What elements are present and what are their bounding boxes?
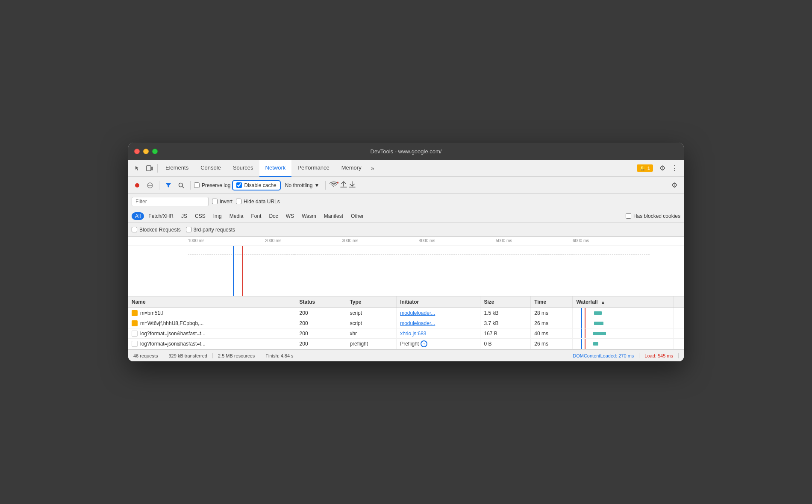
more-tabs-btn[interactable]: » [368,165,378,172]
table-row[interactable]: log?format=json&hasfast=t... 200 xhr xhr… [128,328,684,339]
type-btn-js[interactable]: JS [178,212,191,220]
network-settings-icon[interactable]: ⚙ [668,179,680,191]
upload-icon[interactable] [340,181,347,190]
disable-cache-wrapper: Disable cache [232,180,280,190]
tab-performance[interactable]: Performance [291,160,335,177]
close-button[interactable] [134,149,140,154]
tab-sources[interactable]: Sources [227,160,259,177]
tab-console[interactable]: Console [194,160,227,177]
preserve-log-checkbox-label[interactable]: Preserve log [194,182,230,188]
th-time[interactable]: Time [531,296,573,308]
filter-input[interactable] [132,197,209,206]
svg-rect-10 [133,322,136,325]
tab-elements[interactable]: Elements [159,160,194,177]
third-party-checkbox[interactable] [186,227,191,232]
filter-icon-btn[interactable] [163,180,174,191]
clear-btn[interactable] [144,180,156,191]
invert-checkbox-label[interactable]: Invert [212,199,232,205]
status-finish: Finish: 4.84 s [260,353,299,358]
td-initiator-1: moduleloader... [397,308,480,318]
td-time-1: 28 ms [531,308,573,318]
th-spacer [674,296,684,308]
maximize-button[interactable] [152,149,158,154]
type-btn-media[interactable]: Media [226,212,247,220]
td-extra-1 [674,308,684,318]
nav-separator-1 [157,164,158,173]
invert-checkbox[interactable] [212,199,218,204]
device-toggle-btn[interactable] [144,162,156,174]
type-btn-img[interactable]: Img [210,212,225,220]
search-icon-btn[interactable] [176,180,187,191]
bell-icon: 🔔 [640,165,646,171]
online-status-icon[interactable] [329,181,338,189]
td-type-4: preflight [346,339,397,349]
type-btn-all[interactable]: All [132,212,144,220]
disable-cache-checkbox[interactable] [236,182,242,188]
th-waterfall[interactable]: Waterfall ▲ [573,296,674,308]
nav-tabs-bar: Elements Console Sources Network Perform… [128,160,684,177]
td-extra-4 [674,339,684,349]
svg-point-5 [179,183,183,187]
th-status[interactable]: Status [296,296,347,308]
throttle-select[interactable]: No throttling ▼ [282,181,322,190]
third-party-label[interactable]: 3rd-party requests [186,227,235,233]
th-size[interactable]: Size [480,296,531,308]
notification-badge[interactable]: 🔔 1 [637,164,653,172]
table-row[interactable]: log?format=json&hasfast=t... 200 preflig… [128,339,684,349]
td-name-3: log?format=json&hasfast=t... [128,328,296,338]
td-time-3: 40 ms [531,328,573,338]
table-row[interactable]: m=bm51tf 200 script moduleloader... 1.5 … [128,308,684,318]
more-vert-icon[interactable]: ⋮ [668,162,680,174]
initiator-link-2[interactable]: moduleloader... [400,320,435,326]
has-blocked-cookies-label[interactable]: Has blocked cookies [626,213,680,219]
row-icon-xhr [132,331,138,337]
tick-2: 2000 ms [265,238,342,246]
hide-data-urls-checkbox-label[interactable]: Hide data URLs [236,199,280,205]
preserve-log-checkbox[interactable] [194,182,200,188]
td-waterfall-4 [573,339,674,349]
tick-6: 6000 ms [573,238,650,246]
td-size-2: 3.7 kB [480,318,531,328]
toolbar-sep-1 [159,181,159,190]
record-btn[interactable] [132,180,143,191]
th-initiator[interactable]: Initiator [397,296,480,308]
td-initiator-4: Preflight ↑ [397,339,480,349]
type-btn-other[interactable]: Other [347,212,367,220]
disable-cache-checkbox-label[interactable]: Disable cache [236,182,276,188]
type-btn-fetch-xhr[interactable]: Fetch/XHR [145,212,177,220]
td-extra-3 [674,328,684,338]
tab-network[interactable]: Network [259,160,292,177]
type-btn-manifest[interactable]: Manifest [321,212,347,220]
blocked-requests-checkbox[interactable] [132,227,137,232]
blocked-requests-label[interactable]: Blocked Requests [132,227,181,233]
td-status-3: 200 [296,328,347,338]
hide-data-urls-checkbox[interactable] [236,199,241,204]
download-icon[interactable] [349,181,356,190]
minimize-button[interactable] [143,149,149,154]
status-bar: 46 requests 929 kB transferred 2.5 MB re… [128,349,684,361]
td-time-2: 26 ms [531,318,573,328]
tick-1: 1000 ms [188,238,265,246]
type-btn-ws[interactable]: WS [282,212,297,220]
table-row[interactable]: m=Wt6vjf,hhhU8,FCpbqb,... 200 script mod… [128,318,684,328]
settings-icon[interactable]: ⚙ [656,162,668,174]
th-name[interactable]: Name [128,296,296,308]
options-bar: Blocked Requests 3rd-party requests [128,223,684,237]
type-btn-font[interactable]: Font [247,212,265,220]
initiator-link-3[interactable]: xhrio.js:683 [400,331,426,337]
tab-memory[interactable]: Memory [335,160,368,177]
status-load: Load: 545 ms [639,353,679,358]
cursor-icon-btn[interactable] [132,162,144,174]
svg-line-6 [182,186,184,188]
timeline-ruler: 1000 ms 2000 ms 3000 ms 4000 ms 5000 ms … [128,237,684,246]
type-btn-wasm[interactable]: Wasm [298,212,320,220]
th-type[interactable]: Type [346,296,397,308]
status-dom: DOMContentLoaded: 270 ms [568,353,639,358]
type-btn-css[interactable]: CSS [191,212,209,220]
type-btn-doc[interactable]: Doc [265,212,281,220]
td-extra-2 [674,318,684,328]
has-blocked-cookies-checkbox[interactable] [626,213,631,219]
td-time-4: 26 ms [531,339,573,349]
initiator-link-1[interactable]: moduleloader... [400,310,435,316]
row-icon-script [132,310,138,316]
